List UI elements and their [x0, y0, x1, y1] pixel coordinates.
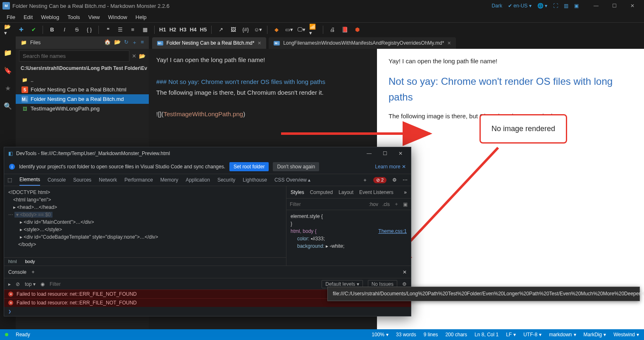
maximize-button[interactable]: ☐	[379, 151, 391, 156]
context-picker[interactable]: top ▾	[25, 281, 36, 287]
expand-icon[interactable]: ⛶	[553, 3, 558, 9]
clear-icon[interactable]: ⊘	[16, 281, 20, 287]
h2-button[interactable]: H2	[169, 26, 177, 33]
open-icon[interactable]: 📂▾	[4, 25, 13, 34]
refresh-icon[interactable]: ↻	[124, 39, 129, 46]
file-item[interactable]: 5 Folder Nesting Can be a Real Bitch.htm…	[16, 85, 149, 94]
console-prompt[interactable]: ❯	[4, 307, 411, 316]
settings-icon[interactable]: ⚙	[402, 281, 407, 287]
box-icon[interactable]: ▣	[403, 201, 408, 207]
settings-icon[interactable]: ⚙	[392, 177, 397, 183]
sidebar-toggle-icon[interactable]: ▸	[8, 281, 11, 287]
menu-tools[interactable]: Tools	[64, 12, 83, 22]
tab-memory[interactable]: Memory	[160, 175, 178, 185]
menu-view[interactable]: View	[85, 12, 103, 22]
tab-styles[interactable]: Styles	[291, 189, 304, 195]
inspect-icon[interactable]: ⬚	[7, 177, 12, 183]
italic-icon[interactable]: I	[60, 25, 69, 34]
git-icon[interactable]: ◆	[272, 25, 281, 34]
ul-icon[interactable]: ☰	[116, 25, 125, 34]
lang-picker[interactable]: ✔ en-US ▾	[508, 3, 532, 9]
sidebar-tab-files[interactable]: 📁 Files 🏠 📂 ↻ ＋ ≡	[16, 36, 149, 49]
add-icon[interactable]: ＋	[31, 268, 36, 275]
minimize-button[interactable]: —	[363, 151, 375, 156]
h5-button[interactable]: H5	[200, 26, 207, 33]
search-icon[interactable]: 🔍	[4, 102, 12, 110]
monitor-icon[interactable]: 🖵▾	[297, 25, 306, 34]
console-filter[interactable]	[50, 281, 317, 287]
close-icon[interactable]: ✕	[447, 41, 451, 46]
menu-weblog[interactable]: Weblog	[38, 12, 62, 22]
styles-filter[interactable]	[290, 201, 365, 207]
close-button[interactable]: ✕	[623, 0, 642, 12]
bookmark-icon[interactable]: 🔖	[4, 67, 12, 74]
rss-icon[interactable]: 📶▾	[309, 25, 318, 34]
ol-icon[interactable]: ≡	[128, 25, 137, 34]
quote-icon[interactable]: ❝	[103, 25, 112, 34]
minimize-button[interactable]: —	[587, 0, 605, 12]
tab-active[interactable]: M↓ Folder Nesting Can be a Real Bitch.md…	[152, 37, 266, 49]
clear-icon[interactable]: ✕	[132, 53, 136, 59]
status-lang[interactable]: markdown ▾	[549, 332, 576, 338]
error-count-badge[interactable]: ⊘ 2	[373, 177, 386, 183]
star-icon[interactable]: ★	[5, 84, 11, 92]
menu-help[interactable]: Help	[132, 12, 150, 22]
status-lf[interactable]: LF ▾	[506, 332, 516, 338]
newfile-icon[interactable]: ＋	[132, 39, 137, 46]
link-icon[interactable]: ↗	[216, 25, 225, 34]
menu-edit[interactable]: Edit	[20, 12, 36, 22]
globe-icon[interactable]: 🌐 ▾	[537, 3, 547, 9]
dont-show-button[interactable]: Don't show again	[273, 162, 319, 171]
folder-icon[interactable]: 📁	[4, 49, 12, 57]
hash-icon[interactable]: {#}	[241, 25, 250, 34]
save-icon[interactable]: ✔	[29, 25, 38, 34]
folder-icon[interactable]: 📂	[139, 53, 145, 59]
tab-layout[interactable]: Layout	[339, 189, 353, 195]
tab-computed[interactable]: Computed	[310, 189, 333, 195]
h4-button[interactable]: H4	[190, 26, 197, 33]
tab-security[interactable]: Security	[217, 175, 235, 185]
h3-button[interactable]: H3	[179, 26, 186, 33]
hov-toggle[interactable]: :hov	[369, 201, 378, 207]
tab-listeners[interactable]: Event Listeners	[359, 189, 394, 195]
tab-elements[interactable]: Elements	[19, 174, 40, 186]
code-icon[interactable]: { }	[85, 25, 94, 34]
bold-icon[interactable]: B	[48, 25, 57, 34]
menu-window[interactable]: Window	[105, 12, 131, 22]
openfolder-icon[interactable]: 📂	[114, 39, 121, 46]
image-icon[interactable]: 🖼	[229, 25, 238, 34]
status-zoom[interactable]: 100% ▾	[372, 332, 389, 338]
more-icon[interactable]: ⋯	[403, 177, 408, 183]
tab-console[interactable]: Console	[48, 175, 66, 185]
menu-icon[interactable]: ≡	[141, 39, 144, 46]
table-icon[interactable]: ▦	[141, 25, 150, 34]
close-button[interactable]: ✕	[394, 151, 407, 156]
close-icon[interactable]: ✕	[403, 269, 407, 275]
dom-tree[interactable]: <!DOCTYPE html> <html lang="en"> ▸ <head…	[4, 186, 286, 257]
set-root-button[interactable]: Set root folder	[229, 162, 269, 171]
current-path[interactable]: C:\Users\rstrahl\Documents\Long Path Tes…	[16, 63, 149, 74]
h1-button[interactable]: H1	[159, 26, 166, 33]
status-encoding[interactable]: UTF-8 ▾	[523, 332, 541, 338]
menu-file[interactable]: File	[3, 12, 19, 22]
more-icon[interactable]: »	[404, 189, 407, 195]
print-icon[interactable]: 🖨	[328, 25, 337, 34]
file-item-selected[interactable]: M↓ Folder Nesting Can be a Real Bitch.md	[16, 94, 149, 104]
tab-performance[interactable]: Performance	[124, 175, 153, 185]
html-icon[interactable]: ⬢	[353, 25, 362, 34]
preview-icon[interactable]: ▣	[574, 3, 579, 9]
screen-icon[interactable]: ▭▾	[284, 25, 293, 34]
css-rules[interactable]: element.style { } html, body {Theme.css:…	[286, 210, 411, 252]
maximize-button[interactable]: ☐	[605, 0, 623, 12]
tab-application[interactable]: Application	[186, 175, 210, 185]
eye-icon[interactable]: ◉	[41, 281, 45, 287]
add-icon[interactable]: ＋	[394, 201, 399, 208]
tab-cssoverview[interactable]: CSS Overview ▴	[274, 175, 310, 185]
learn-more-link[interactable]: Learn more ✕	[375, 164, 406, 170]
strike-icon[interactable]: S	[72, 25, 81, 34]
new-icon[interactable]: ✚	[17, 25, 26, 34]
console-tab[interactable]: Console	[8, 269, 26, 275]
tab-network[interactable]: Network	[99, 175, 117, 185]
file-up[interactable]: 📁 ..	[16, 75, 149, 85]
pdf-icon[interactable]: 📕	[340, 25, 349, 34]
